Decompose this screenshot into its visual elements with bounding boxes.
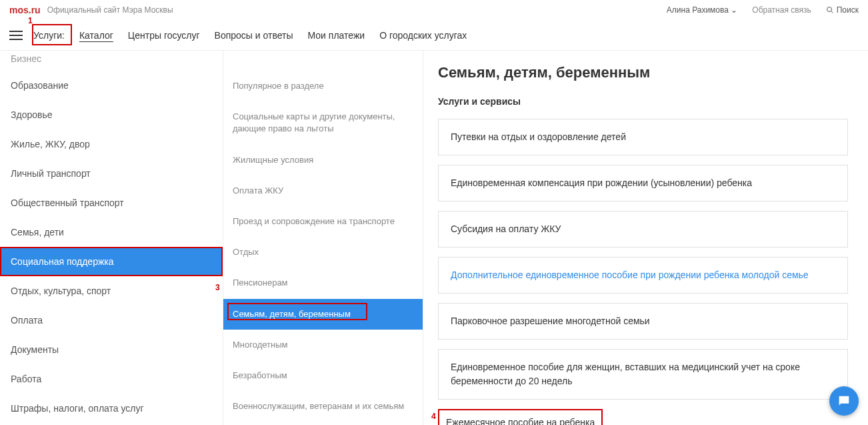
category-item[interactable]: Семья, дети — [0, 218, 223, 247]
section-label: Услуги и сервисы — [438, 96, 848, 107]
navbar: Услуги: Каталог Центры госуслуг Вопросы … — [0, 20, 868, 51]
subcategory-item[interactable]: Социальные карты и другие документы, даю… — [223, 101, 423, 144]
feedback-link[interactable]: Обратная связь — [752, 5, 811, 15]
subcategory-item[interactable]: Жилищные условия — [223, 145, 423, 175]
subcategory-item[interactable]: Безработным — [223, 360, 423, 391]
subcategory-item-active[interactable]: Семьям, детям, беременным — [223, 299, 423, 330]
nav-services[interactable]: Услуги: — [33, 30, 65, 41]
service-card[interactable]: Дополнительное единовременное пособие пр… — [438, 257, 848, 294]
subcategory-item[interactable]: Оплата ЖКУ — [223, 175, 423, 206]
user-name[interactable]: Алина Рахимова ⌄ — [667, 5, 738, 15]
page-title: Семьям, детям, беременным — [438, 64, 848, 81]
category-item[interactable]: Документы — [0, 335, 223, 364]
category-item[interactable]: Оплата — [0, 306, 223, 335]
nav-payments[interactable]: Мои платежи — [308, 30, 365, 41]
topbar: mos.ru Официальный сайт Мэра Москвы Алин… — [0, 0, 868, 20]
services-column: Семьям, детям, беременным Услуги и серви… — [423, 51, 868, 425]
site-logo[interactable]: mos.ru — [9, 5, 41, 15]
search-icon — [826, 6, 834, 14]
hamburger-icon[interactable] — [9, 31, 23, 40]
service-card[interactable]: Парковочное разрешение многодетной семьи — [438, 303, 848, 340]
subcategory-item[interactable]: Отдых — [223, 237, 423, 268]
step4-number: 4 — [431, 412, 436, 421]
service-card[interactable]: Путевки на отдых и оздоровление детей — [438, 119, 848, 155]
svg-line-1 — [831, 11, 833, 13]
nav-about[interactable]: О городских услугах — [379, 30, 467, 41]
category-item[interactable]: Бизнес — [0, 52, 223, 71]
category-item[interactable]: Личный транспорт — [0, 159, 223, 188]
category-item[interactable]: Здоровье — [0, 100, 223, 129]
chat-button[interactable] — [829, 386, 859, 416]
nav-faq[interactable]: Вопросы и ответы — [215, 30, 293, 41]
service-card[interactable]: Субсидия на оплату ЖКУ — [438, 211, 848, 248]
search-button[interactable]: Поиск — [826, 5, 859, 15]
category-item[interactable]: Работа — [0, 364, 223, 394]
category-item-active[interactable]: Социальная поддержка — [0, 247, 223, 276]
chevron-down-icon: ⌄ — [731, 5, 737, 15]
nav-centers[interactable]: Центры госуслуг — [128, 30, 200, 41]
svg-point-0 — [827, 7, 831, 12]
subcategory-item[interactable]: Популярное в разделе — [223, 71, 423, 101]
category-column: Бизнес Образование Здоровье Жилье, ЖКУ, … — [0, 51, 223, 425]
service-card[interactable]: Единовременная компенсация при рождении … — [438, 165, 848, 201]
subcategory-item[interactable]: Пенсионерам — [223, 268, 423, 298]
category-item[interactable]: Отдых, культура, спорт — [0, 276, 223, 306]
subcategory-item[interactable]: Многодетным — [223, 330, 423, 360]
site-description: Официальный сайт Мэра Москвы — [47, 5, 173, 15]
chat-icon — [837, 394, 851, 408]
category-item[interactable]: Штрафы, налоги, оплата услуг — [0, 394, 223, 423]
category-item[interactable]: Общественный транспорт — [0, 188, 223, 218]
service-card-highlighted[interactable]: Ежемесячное пособие на ребенка — [438, 409, 603, 425]
subcategory-item[interactable]: Людям с ограниченными возможностями здор… — [223, 422, 423, 425]
category-item[interactable]: Жилье, ЖКУ, двор — [0, 129, 223, 159]
subcategory-item[interactable]: Проезд и сопровождение на транспорте — [223, 206, 423, 237]
subcategory-column: Популярное в разделе Социальные карты и … — [223, 51, 423, 425]
category-item[interactable]: Образование — [0, 71, 223, 100]
nav-catalog[interactable]: Каталог — [79, 30, 113, 41]
service-card[interactable]: Единовременное пособие для женщин, встав… — [438, 349, 848, 400]
content-area: Бизнес Образование Здоровье Жилье, ЖКУ, … — [0, 51, 868, 425]
subcategory-item[interactable]: Военнослужащим, ветеранам и их семьям — [223, 391, 423, 422]
